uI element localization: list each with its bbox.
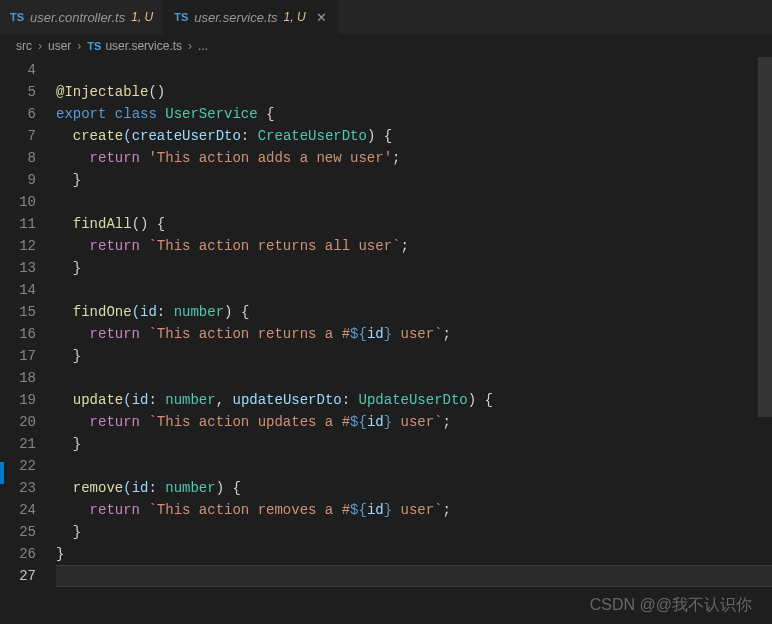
line-number: 12 bbox=[0, 235, 36, 257]
ts-icon: TS bbox=[174, 11, 188, 23]
code-line bbox=[56, 279, 772, 301]
line-gutter: 4 5 6 7 8 9 10 11 12 13 14 15 16 17 18 1… bbox=[0, 57, 56, 624]
code-line: return `This action updates a #${id} use… bbox=[56, 411, 772, 433]
line-number: 13 bbox=[0, 257, 36, 279]
line-number: 14 bbox=[0, 279, 36, 301]
code-line: return `This action returns a #${id} use… bbox=[56, 323, 772, 345]
tab-label: user.controller.ts bbox=[30, 10, 125, 25]
ts-icon: TS bbox=[87, 40, 101, 52]
tab-bar: TS user.controller.ts 1, U TS user.servi… bbox=[0, 0, 772, 35]
code-line: } bbox=[56, 169, 772, 191]
code-line: findOne(id: number) { bbox=[56, 301, 772, 323]
line-number: 7 bbox=[0, 125, 36, 147]
line-number: 23 bbox=[0, 477, 36, 499]
line-number: 18 bbox=[0, 367, 36, 389]
code-line: } bbox=[56, 257, 772, 279]
code-line: return `This action removes a #${id} use… bbox=[56, 499, 772, 521]
code-line: create(createUserDto: CreateUserDto) { bbox=[56, 125, 772, 147]
tab-mod-badge: 1, U bbox=[131, 10, 153, 24]
code-line bbox=[56, 191, 772, 213]
line-number: 25 bbox=[0, 521, 36, 543]
line-number: 26 bbox=[0, 543, 36, 565]
tab-user-service[interactable]: TS user.service.ts 1, U ✕ bbox=[164, 0, 337, 34]
breadcrumb[interactable]: src › user › TS user.service.ts › ... bbox=[0, 35, 772, 57]
code-line: } bbox=[56, 521, 772, 543]
code-line: export class UserService { bbox=[56, 103, 772, 125]
chevron-right-icon: › bbox=[38, 39, 42, 53]
breadcrumb-item[interactable]: ... bbox=[198, 39, 208, 53]
breadcrumb-item[interactable]: user bbox=[48, 39, 71, 53]
chevron-right-icon: › bbox=[77, 39, 81, 53]
line-number: 10 bbox=[0, 191, 36, 213]
line-number: 27 bbox=[0, 565, 36, 587]
line-number: 19 bbox=[0, 389, 36, 411]
code-line: return 'This action adds a new user'; bbox=[56, 147, 772, 169]
code-line: @Injectable() bbox=[56, 81, 772, 103]
breadcrumb-item[interactable]: user.service.ts bbox=[105, 39, 182, 53]
code-line bbox=[56, 455, 772, 477]
tab-user-controller[interactable]: TS user.controller.ts 1, U bbox=[0, 0, 164, 34]
code-line bbox=[56, 59, 772, 81]
code-line: remove(id: number) { bbox=[56, 477, 772, 499]
code-line: findAll() { bbox=[56, 213, 772, 235]
code-line bbox=[56, 565, 772, 587]
close-icon[interactable]: ✕ bbox=[316, 10, 327, 25]
line-number: 22 bbox=[0, 455, 36, 477]
ts-icon: TS bbox=[10, 11, 24, 23]
line-number: 9 bbox=[0, 169, 36, 191]
code-line: return `This action returns all user`; bbox=[56, 235, 772, 257]
gutter-marker bbox=[0, 462, 4, 484]
code-line: } bbox=[56, 433, 772, 455]
line-number: 6 bbox=[0, 103, 36, 125]
line-number: 8 bbox=[0, 147, 36, 169]
chevron-right-icon: › bbox=[188, 39, 192, 53]
line-number: 24 bbox=[0, 499, 36, 521]
line-number: 15 bbox=[0, 301, 36, 323]
line-number: 20 bbox=[0, 411, 36, 433]
editor[interactable]: 4 5 6 7 8 9 10 11 12 13 14 15 16 17 18 1… bbox=[0, 57, 772, 624]
code-line: } bbox=[56, 543, 772, 565]
line-number: 11 bbox=[0, 213, 36, 235]
line-number: 21 bbox=[0, 433, 36, 455]
line-number: 16 bbox=[0, 323, 36, 345]
scrollbar[interactable] bbox=[758, 57, 772, 624]
code-line: update(id: number, updateUserDto: Update… bbox=[56, 389, 772, 411]
breadcrumb-item[interactable]: src bbox=[16, 39, 32, 53]
code-line: } bbox=[56, 345, 772, 367]
line-number: 4 bbox=[0, 59, 36, 81]
scrollbar-thumb[interactable] bbox=[758, 57, 772, 417]
line-number: 5 bbox=[0, 81, 36, 103]
tab-label: user.service.ts bbox=[194, 10, 277, 25]
line-number: 17 bbox=[0, 345, 36, 367]
watermark: CSDN @@我不认识你 bbox=[590, 595, 752, 616]
code-area[interactable]: @Injectable() export class UserService {… bbox=[56, 57, 772, 624]
tab-mod-badge: 1, U bbox=[284, 10, 306, 24]
code-line bbox=[56, 367, 772, 389]
